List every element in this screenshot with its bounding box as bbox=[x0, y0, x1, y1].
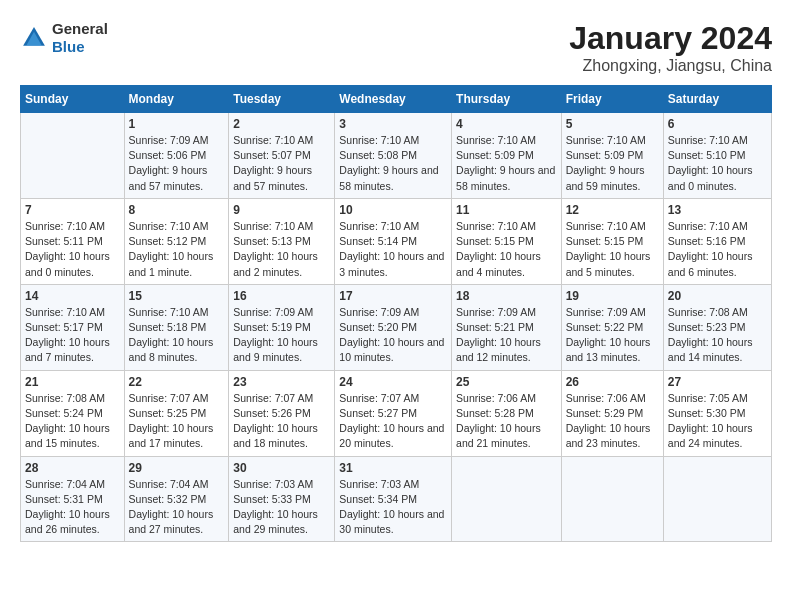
calendar-cell: 24 Sunrise: 7:07 AM Sunset: 5:27 PM Dayl… bbox=[335, 370, 452, 456]
calendar-cell: 11 Sunrise: 7:10 AM Sunset: 5:15 PM Dayl… bbox=[452, 198, 562, 284]
calendar-cell: 8 Sunrise: 7:10 AM Sunset: 5:12 PM Dayli… bbox=[124, 198, 229, 284]
sunrise: Sunrise: 7:04 AM bbox=[25, 478, 105, 490]
daylight: Daylight: 10 hours and 12 minutes. bbox=[456, 336, 541, 363]
sunset: Sunset: 5:25 PM bbox=[129, 407, 207, 419]
day-info: Sunrise: 7:10 AM Sunset: 5:14 PM Dayligh… bbox=[339, 219, 447, 280]
calendar-cell bbox=[452, 456, 562, 542]
day-number: 24 bbox=[339, 375, 447, 389]
daylight: Daylight: 10 hours and 27 minutes. bbox=[129, 508, 214, 535]
header-row: Sunday Monday Tuesday Wednesday Thursday… bbox=[21, 86, 772, 113]
daylight: Daylight: 9 hours and 58 minutes. bbox=[339, 164, 438, 191]
sunrise: Sunrise: 7:09 AM bbox=[233, 306, 313, 318]
day-info: Sunrise: 7:09 AM Sunset: 5:21 PM Dayligh… bbox=[456, 305, 557, 366]
day-info: Sunrise: 7:09 AM Sunset: 5:06 PM Dayligh… bbox=[129, 133, 225, 194]
sunset: Sunset: 5:32 PM bbox=[129, 493, 207, 505]
daylight: Daylight: 10 hours and 8 minutes. bbox=[129, 336, 214, 363]
calendar-cell: 5 Sunrise: 7:10 AM Sunset: 5:09 PM Dayli… bbox=[561, 113, 663, 199]
sunrise: Sunrise: 7:10 AM bbox=[25, 306, 105, 318]
sunrise: Sunrise: 7:07 AM bbox=[233, 392, 313, 404]
daylight: Daylight: 10 hours and 21 minutes. bbox=[456, 422, 541, 449]
daylight: Daylight: 10 hours and 18 minutes. bbox=[233, 422, 318, 449]
calendar-cell: 14 Sunrise: 7:10 AM Sunset: 5:17 PM Dayl… bbox=[21, 284, 125, 370]
sunset: Sunset: 5:07 PM bbox=[233, 149, 311, 161]
calendar-cell: 30 Sunrise: 7:03 AM Sunset: 5:33 PM Dayl… bbox=[229, 456, 335, 542]
day-number: 10 bbox=[339, 203, 447, 217]
sunset: Sunset: 5:15 PM bbox=[456, 235, 534, 247]
col-saturday: Saturday bbox=[663, 86, 771, 113]
day-info: Sunrise: 7:03 AM Sunset: 5:33 PM Dayligh… bbox=[233, 477, 330, 538]
calendar-cell: 27 Sunrise: 7:05 AM Sunset: 5:30 PM Dayl… bbox=[663, 370, 771, 456]
day-number: 9 bbox=[233, 203, 330, 217]
daylight: Daylight: 10 hours and 6 minutes. bbox=[668, 250, 753, 277]
day-number: 7 bbox=[25, 203, 120, 217]
day-info: Sunrise: 7:06 AM Sunset: 5:28 PM Dayligh… bbox=[456, 391, 557, 452]
sunset: Sunset: 5:21 PM bbox=[456, 321, 534, 333]
daylight: Daylight: 9 hours and 57 minutes. bbox=[233, 164, 312, 191]
sunset: Sunset: 5:26 PM bbox=[233, 407, 311, 419]
calendar-cell: 7 Sunrise: 7:10 AM Sunset: 5:11 PM Dayli… bbox=[21, 198, 125, 284]
day-info: Sunrise: 7:10 AM Sunset: 5:15 PM Dayligh… bbox=[566, 219, 659, 280]
day-number: 15 bbox=[129, 289, 225, 303]
week-row-1: 1 Sunrise: 7:09 AM Sunset: 5:06 PM Dayli… bbox=[21, 113, 772, 199]
sunrise: Sunrise: 7:07 AM bbox=[129, 392, 209, 404]
calendar-cell: 21 Sunrise: 7:08 AM Sunset: 5:24 PM Dayl… bbox=[21, 370, 125, 456]
day-number: 31 bbox=[339, 461, 447, 475]
daylight: Daylight: 10 hours and 26 minutes. bbox=[25, 508, 110, 535]
sunset: Sunset: 5:33 PM bbox=[233, 493, 311, 505]
day-info: Sunrise: 7:10 AM Sunset: 5:16 PM Dayligh… bbox=[668, 219, 767, 280]
day-info: Sunrise: 7:10 AM Sunset: 5:11 PM Dayligh… bbox=[25, 219, 120, 280]
sunset: Sunset: 5:12 PM bbox=[129, 235, 207, 247]
sunrise: Sunrise: 7:07 AM bbox=[339, 392, 419, 404]
calendar-cell: 31 Sunrise: 7:03 AM Sunset: 5:34 PM Dayl… bbox=[335, 456, 452, 542]
day-info: Sunrise: 7:07 AM Sunset: 5:27 PM Dayligh… bbox=[339, 391, 447, 452]
daylight: Daylight: 10 hours and 13 minutes. bbox=[566, 336, 651, 363]
sunrise: Sunrise: 7:10 AM bbox=[456, 220, 536, 232]
day-info: Sunrise: 7:04 AM Sunset: 5:31 PM Dayligh… bbox=[25, 477, 120, 538]
sunset: Sunset: 5:06 PM bbox=[129, 149, 207, 161]
daylight: Daylight: 10 hours and 30 minutes. bbox=[339, 508, 444, 535]
col-thursday: Thursday bbox=[452, 86, 562, 113]
calendar-cell: 20 Sunrise: 7:08 AM Sunset: 5:23 PM Dayl… bbox=[663, 284, 771, 370]
daylight: Daylight: 10 hours and 24 minutes. bbox=[668, 422, 753, 449]
sunset: Sunset: 5:30 PM bbox=[668, 407, 746, 419]
day-info: Sunrise: 7:05 AM Sunset: 5:30 PM Dayligh… bbox=[668, 391, 767, 452]
sunset: Sunset: 5:13 PM bbox=[233, 235, 311, 247]
calendar-cell: 2 Sunrise: 7:10 AM Sunset: 5:07 PM Dayli… bbox=[229, 113, 335, 199]
day-number: 17 bbox=[339, 289, 447, 303]
sunset: Sunset: 5:10 PM bbox=[668, 149, 746, 161]
calendar-cell: 23 Sunrise: 7:07 AM Sunset: 5:26 PM Dayl… bbox=[229, 370, 335, 456]
calendar-cell: 13 Sunrise: 7:10 AM Sunset: 5:16 PM Dayl… bbox=[663, 198, 771, 284]
day-info: Sunrise: 7:10 AM Sunset: 5:17 PM Dayligh… bbox=[25, 305, 120, 366]
calendar-cell bbox=[663, 456, 771, 542]
day-number: 8 bbox=[129, 203, 225, 217]
day-info: Sunrise: 7:10 AM Sunset: 5:09 PM Dayligh… bbox=[456, 133, 557, 194]
sunset: Sunset: 5:09 PM bbox=[566, 149, 644, 161]
daylight: Daylight: 10 hours and 14 minutes. bbox=[668, 336, 753, 363]
day-info: Sunrise: 7:10 AM Sunset: 5:10 PM Dayligh… bbox=[668, 133, 767, 194]
day-number: 11 bbox=[456, 203, 557, 217]
day-info: Sunrise: 7:08 AM Sunset: 5:23 PM Dayligh… bbox=[668, 305, 767, 366]
day-number: 20 bbox=[668, 289, 767, 303]
daylight: Daylight: 9 hours and 59 minutes. bbox=[566, 164, 645, 191]
daylight: Daylight: 10 hours and 17 minutes. bbox=[129, 422, 214, 449]
day-info: Sunrise: 7:07 AM Sunset: 5:25 PM Dayligh… bbox=[129, 391, 225, 452]
calendar-cell: 19 Sunrise: 7:09 AM Sunset: 5:22 PM Dayl… bbox=[561, 284, 663, 370]
sunset: Sunset: 5:19 PM bbox=[233, 321, 311, 333]
calendar-cell bbox=[21, 113, 125, 199]
day-number: 4 bbox=[456, 117, 557, 131]
daylight: Daylight: 10 hours and 1 minute. bbox=[129, 250, 214, 277]
daylight: Daylight: 10 hours and 2 minutes. bbox=[233, 250, 318, 277]
calendar-cell: 28 Sunrise: 7:04 AM Sunset: 5:31 PM Dayl… bbox=[21, 456, 125, 542]
sunrise: Sunrise: 7:10 AM bbox=[233, 220, 313, 232]
sunrise: Sunrise: 7:09 AM bbox=[566, 306, 646, 318]
calendar-cell: 3 Sunrise: 7:10 AM Sunset: 5:08 PM Dayli… bbox=[335, 113, 452, 199]
daylight: Daylight: 10 hours and 3 minutes. bbox=[339, 250, 444, 277]
calendar-cell: 12 Sunrise: 7:10 AM Sunset: 5:15 PM Dayl… bbox=[561, 198, 663, 284]
day-number: 19 bbox=[566, 289, 659, 303]
sunrise: Sunrise: 7:10 AM bbox=[129, 220, 209, 232]
sunset: Sunset: 5:31 PM bbox=[25, 493, 103, 505]
day-number: 25 bbox=[456, 375, 557, 389]
daylight: Daylight: 10 hours and 7 minutes. bbox=[25, 336, 110, 363]
day-number: 21 bbox=[25, 375, 120, 389]
daylight: Daylight: 10 hours and 10 minutes. bbox=[339, 336, 444, 363]
